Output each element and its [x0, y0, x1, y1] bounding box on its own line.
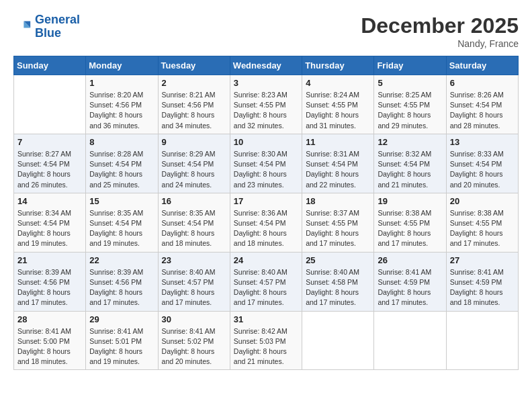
calendar-cell: 25Sunrise: 8:40 AM Sunset: 4:58 PM Dayli… [302, 252, 374, 311]
day-info: Sunrise: 8:40 AM Sunset: 4:57 PM Dayligh… [162, 267, 226, 308]
calendar-cell: 19Sunrise: 8:38 AM Sunset: 4:55 PM Dayli… [374, 193, 446, 252]
calendar-cell [374, 311, 446, 370]
page-header: General Blue December 2025 Nandy, France [13, 13, 519, 49]
week-row-5: 28Sunrise: 8:41 AM Sunset: 5:00 PM Dayli… [14, 311, 519, 370]
logo-icon [13, 17, 32, 36]
day-info: Sunrise: 8:41 AM Sunset: 4:59 PM Dayligh… [450, 267, 515, 308]
day-info: Sunrise: 8:36 AM Sunset: 4:54 PM Dayligh… [234, 208, 298, 249]
calendar-cell: 30Sunrise: 8:41 AM Sunset: 5:02 PM Dayli… [158, 311, 230, 370]
day-info: Sunrise: 8:38 AM Sunset: 4:55 PM Dayligh… [450, 208, 515, 249]
week-row-3: 14Sunrise: 8:34 AM Sunset: 4:54 PM Dayli… [14, 193, 519, 252]
calendar-cell: 6Sunrise: 8:26 AM Sunset: 4:54 PM Daylig… [446, 75, 518, 134]
calendar-table: SundayMondayTuesdayWednesdayThursdayFrid… [13, 56, 519, 370]
day-number: 12 [378, 137, 442, 147]
week-row-2: 7Sunrise: 8:27 AM Sunset: 4:54 PM Daylig… [14, 134, 519, 193]
logo: General Blue [13, 13, 80, 40]
day-number: 22 [89, 255, 154, 265]
header-saturday: Saturday [446, 56, 518, 75]
day-number: 19 [378, 196, 442, 206]
day-info: Sunrise: 8:30 AM Sunset: 4:54 PM Dayligh… [234, 149, 298, 190]
calendar-cell: 22Sunrise: 8:39 AM Sunset: 4:56 PM Dayli… [86, 252, 158, 311]
day-number: 15 [89, 196, 154, 206]
header-wednesday: Wednesday [230, 56, 302, 75]
calendar-cell: 13Sunrise: 8:33 AM Sunset: 4:54 PM Dayli… [446, 134, 518, 193]
calendar-cell: 8Sunrise: 8:28 AM Sunset: 4:54 PM Daylig… [86, 134, 158, 193]
header-sunday: Sunday [14, 56, 86, 75]
day-info: Sunrise: 8:20 AM Sunset: 4:56 PM Dayligh… [89, 90, 154, 131]
day-number: 23 [162, 255, 226, 265]
header-friday: Friday [374, 56, 446, 75]
day-info: Sunrise: 8:39 AM Sunset: 4:56 PM Dayligh… [17, 267, 82, 308]
day-number: 5 [378, 78, 442, 88]
calendar-cell: 27Sunrise: 8:41 AM Sunset: 4:59 PM Dayli… [446, 252, 518, 311]
day-info: Sunrise: 8:41 AM Sunset: 5:01 PM Dayligh… [89, 326, 154, 367]
calendar-cell: 3Sunrise: 8:23 AM Sunset: 4:55 PM Daylig… [230, 75, 302, 134]
location-label: Nandy, France [361, 38, 519, 49]
day-number: 29 [89, 314, 154, 324]
day-number: 11 [306, 137, 370, 147]
day-info: Sunrise: 8:40 AM Sunset: 4:58 PM Dayligh… [306, 267, 370, 308]
logo-text: General Blue [35, 13, 80, 40]
calendar-header-row: SundayMondayTuesdayWednesdayThursdayFrid… [14, 56, 519, 75]
calendar-cell: 17Sunrise: 8:36 AM Sunset: 4:54 PM Dayli… [230, 193, 302, 252]
day-number: 30 [162, 314, 226, 324]
day-number: 27 [450, 255, 515, 265]
calendar-cell: 31Sunrise: 8:42 AM Sunset: 5:03 PM Dayli… [230, 311, 302, 370]
day-info: Sunrise: 8:34 AM Sunset: 4:54 PM Dayligh… [17, 208, 82, 249]
day-info: Sunrise: 8:40 AM Sunset: 4:57 PM Dayligh… [234, 267, 298, 308]
day-info: Sunrise: 8:28 AM Sunset: 4:54 PM Dayligh… [89, 149, 154, 190]
day-info: Sunrise: 8:37 AM Sunset: 4:55 PM Dayligh… [306, 208, 370, 249]
day-number: 2 [162, 78, 226, 88]
calendar-cell: 5Sunrise: 8:25 AM Sunset: 4:55 PM Daylig… [374, 75, 446, 134]
day-info: Sunrise: 8:31 AM Sunset: 4:54 PM Dayligh… [306, 149, 370, 190]
day-info: Sunrise: 8:33 AM Sunset: 4:54 PM Dayligh… [450, 149, 515, 190]
day-number: 10 [234, 137, 298, 147]
calendar-cell: 20Sunrise: 8:38 AM Sunset: 4:55 PM Dayli… [446, 193, 518, 252]
day-number: 17 [234, 196, 298, 206]
day-number: 3 [234, 78, 298, 88]
week-row-4: 21Sunrise: 8:39 AM Sunset: 4:56 PM Dayli… [14, 252, 519, 311]
calendar-cell: 4Sunrise: 8:24 AM Sunset: 4:55 PM Daylig… [302, 75, 374, 134]
title-block: December 2025 Nandy, France [361, 13, 519, 49]
calendar-cell: 29Sunrise: 8:41 AM Sunset: 5:01 PM Dayli… [86, 311, 158, 370]
calendar-cell: 18Sunrise: 8:37 AM Sunset: 4:55 PM Dayli… [302, 193, 374, 252]
calendar-cell: 11Sunrise: 8:31 AM Sunset: 4:54 PM Dayli… [302, 134, 374, 193]
month-title: December 2025 [361, 13, 519, 38]
calendar-cell: 9Sunrise: 8:29 AM Sunset: 4:54 PM Daylig… [158, 134, 230, 193]
day-info: Sunrise: 8:35 AM Sunset: 4:54 PM Dayligh… [162, 208, 226, 249]
calendar-cell: 16Sunrise: 8:35 AM Sunset: 4:54 PM Dayli… [158, 193, 230, 252]
header-tuesday: Tuesday [158, 56, 230, 75]
day-info: Sunrise: 8:42 AM Sunset: 5:03 PM Dayligh… [234, 326, 298, 367]
day-number: 25 [306, 255, 370, 265]
day-number: 21 [17, 255, 82, 265]
day-number: 28 [17, 314, 82, 324]
day-info: Sunrise: 8:29 AM Sunset: 4:54 PM Dayligh… [162, 149, 226, 190]
day-number: 6 [450, 78, 515, 88]
day-info: Sunrise: 8:35 AM Sunset: 4:54 PM Dayligh… [89, 208, 154, 249]
calendar-cell: 12Sunrise: 8:32 AM Sunset: 4:54 PM Dayli… [374, 134, 446, 193]
day-info: Sunrise: 8:38 AM Sunset: 4:55 PM Dayligh… [378, 208, 442, 249]
day-number: 13 [450, 137, 515, 147]
day-number: 18 [306, 196, 370, 206]
day-info: Sunrise: 8:41 AM Sunset: 5:02 PM Dayligh… [162, 326, 226, 367]
day-number: 7 [17, 137, 82, 147]
day-number: 31 [234, 314, 298, 324]
day-number: 14 [17, 196, 82, 206]
day-number: 26 [378, 255, 442, 265]
day-info: Sunrise: 8:21 AM Sunset: 4:56 PM Dayligh… [162, 90, 226, 131]
day-number: 9 [162, 137, 226, 147]
header-monday: Monday [86, 56, 158, 75]
calendar-cell: 1Sunrise: 8:20 AM Sunset: 4:56 PM Daylig… [86, 75, 158, 134]
day-info: Sunrise: 8:41 AM Sunset: 4:59 PM Dayligh… [378, 267, 442, 308]
day-number: 8 [89, 137, 154, 147]
calendar-cell: 2Sunrise: 8:21 AM Sunset: 4:56 PM Daylig… [158, 75, 230, 134]
week-row-1: 1Sunrise: 8:20 AM Sunset: 4:56 PM Daylig… [14, 75, 519, 134]
day-number: 1 [89, 78, 154, 88]
header-thursday: Thursday [302, 56, 374, 75]
calendar-cell: 7Sunrise: 8:27 AM Sunset: 4:54 PM Daylig… [14, 134, 86, 193]
day-info: Sunrise: 8:27 AM Sunset: 4:54 PM Dayligh… [17, 149, 82, 190]
day-number: 4 [306, 78, 370, 88]
calendar-cell: 15Sunrise: 8:35 AM Sunset: 4:54 PM Dayli… [86, 193, 158, 252]
calendar-cell: 28Sunrise: 8:41 AM Sunset: 5:00 PM Dayli… [14, 311, 86, 370]
day-info: Sunrise: 8:39 AM Sunset: 4:56 PM Dayligh… [89, 267, 154, 308]
